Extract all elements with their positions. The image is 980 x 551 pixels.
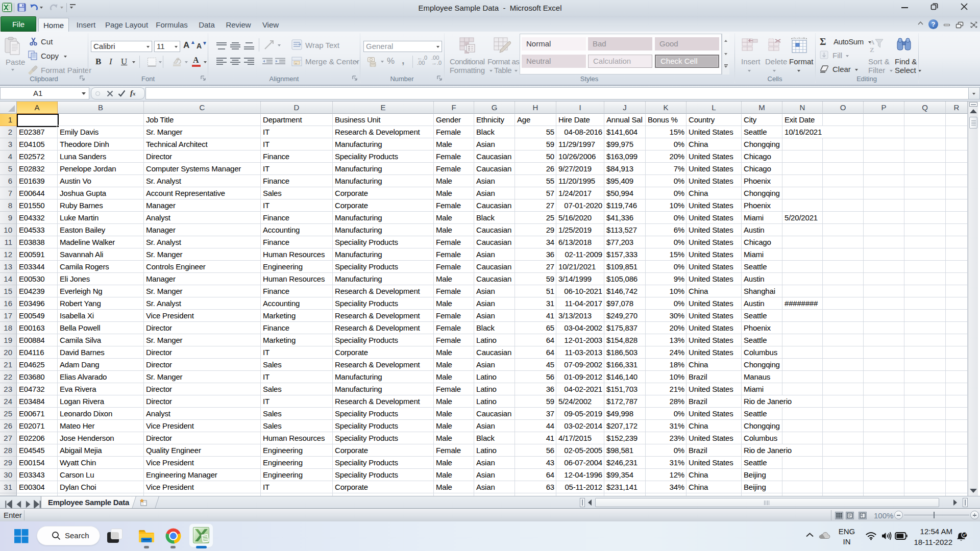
svg-text:A: A [870,38,875,46]
svg-text:Z: Z [870,46,874,53]
